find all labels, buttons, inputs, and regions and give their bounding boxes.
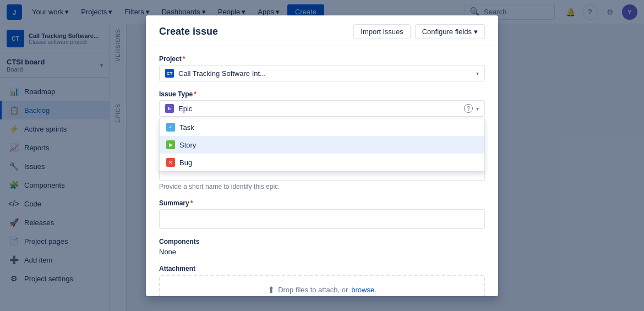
issue-type-field: Issue Type * E Epic ? ▾ — [159, 90, 485, 142]
issue-type-select[interactable]: E Epic ? ▾ — [159, 100, 485, 117]
project-select[interactable]: CT Call Tracking Software Int... ▾ — [159, 65, 485, 81]
modal-body: Project * CT Call Tracking Software Int.… — [146, 46, 498, 296]
upload-icon: ⬆ — [268, 285, 275, 295]
configure-fields-button[interactable]: Configure fields ▾ — [415, 24, 485, 39]
summary-field: Summary * — [159, 199, 485, 229]
project-select-chevron: ▾ — [476, 70, 479, 77]
issue-type-dropdown: ✓ Task ▶ Story ✕ Bug — [159, 118, 485, 172]
components-field: Components None — [159, 238, 485, 256]
modal-title: Create issue — [159, 26, 218, 37]
import-issues-button[interactable]: Import issues — [353, 24, 410, 39]
task-icon: ✓ — [166, 123, 175, 132]
help-circle-icon: ? — [464, 104, 473, 113]
project-icon: CT — [165, 69, 174, 78]
project-field: Project * CT Call Tracking Software Int.… — [159, 55, 485, 81]
attachment-field: Attachment ⬆ Drop files to attach, or br… — [159, 265, 485, 296]
dropdown-item-task[interactable]: ✓ Task — [160, 118, 484, 136]
components-value: None — [159, 248, 485, 256]
modal-header: Create issue Import issues Configure fie… — [146, 15, 498, 46]
story-icon: ▶ — [166, 140, 175, 149]
browse-link[interactable]: browse. — [351, 286, 376, 294]
attachment-dropzone[interactable]: ⬆ Drop files to attach, or browse. — [159, 275, 485, 296]
epic-type-icon: E — [165, 104, 174, 113]
configure-fields-chevron: ▾ — [474, 28, 478, 36]
epic-name-hint: Provide a short name to identify this ep… — [159, 183, 485, 190]
bug-icon: ✕ — [166, 158, 175, 167]
create-issue-modal: Create issue Import issues Configure fie… — [146, 15, 498, 296]
summary-input[interactable] — [159, 209, 485, 229]
dropdown-item-bug[interactable]: ✕ Bug — [160, 154, 484, 171]
dropdown-item-story[interactable]: ▶ Story — [160, 136, 484, 154]
issue-type-chevron: ▾ — [476, 106, 479, 112]
modal-backdrop[interactable]: Create issue Import issues Configure fie… — [0, 0, 644, 311]
